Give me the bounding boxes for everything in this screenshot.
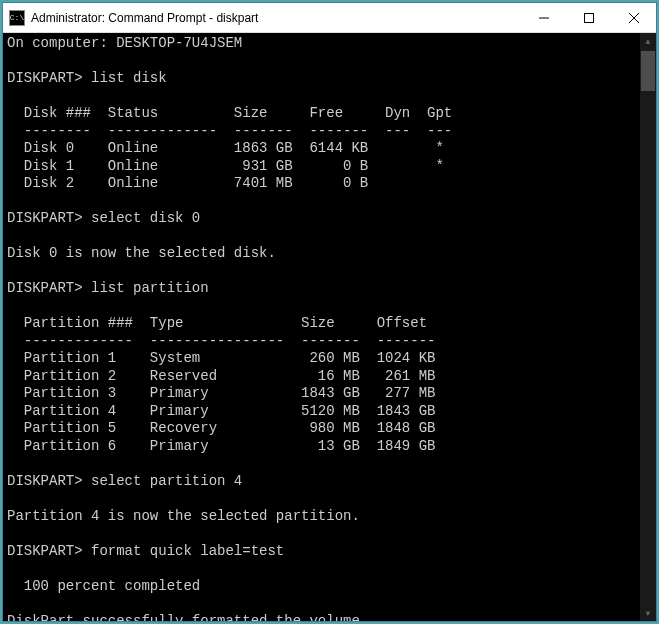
minimize-button[interactable] bbox=[521, 3, 566, 32]
titlebar[interactable]: C:\ Administrator: Command Prompt - disk… bbox=[3, 3, 656, 33]
window-title: Administrator: Command Prompt - diskpart bbox=[31, 11, 521, 25]
cmd-icon: C:\ bbox=[9, 10, 25, 26]
terminal-area: On computer: DESKTOP-7U4JSEM DISKPART> l… bbox=[3, 33, 656, 621]
scroll-down-arrow[interactable]: ▼ bbox=[640, 605, 656, 621]
close-button[interactable] bbox=[611, 3, 656, 32]
maximize-button[interactable] bbox=[566, 3, 611, 32]
svg-rect-1 bbox=[584, 13, 593, 22]
scrollbar[interactable]: ▲ ▼ bbox=[640, 33, 656, 621]
window-controls bbox=[521, 3, 656, 32]
scroll-up-arrow[interactable]: ▲ bbox=[640, 33, 656, 49]
terminal-output[interactable]: On computer: DESKTOP-7U4JSEM DISKPART> l… bbox=[3, 33, 640, 621]
command-prompt-window: C:\ Administrator: Command Prompt - disk… bbox=[2, 2, 657, 622]
scroll-thumb[interactable] bbox=[641, 51, 655, 91]
